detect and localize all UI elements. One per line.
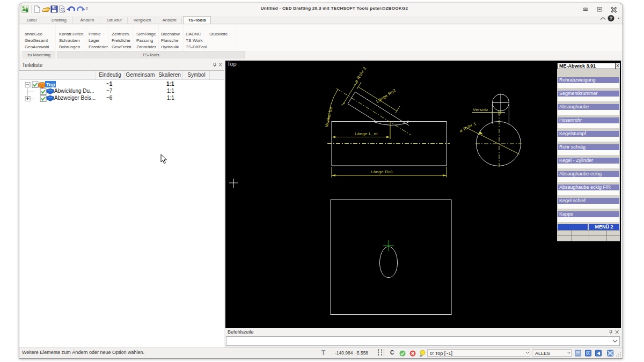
svg-text:Winkel be: Winkel be: [324, 106, 333, 127]
svg-text:Länge Ro1: Länge Ro1: [371, 169, 393, 174]
svg-text:Länge Ro2: Länge Ro2: [375, 88, 397, 104]
svg-text:Versotz: Versotz: [473, 107, 488, 112]
svg-text:Länge L_m: Länge L_m: [355, 131, 378, 136]
svg-text:Top: Top: [227, 61, 237, 67]
svg-text:ø Rohr 2: ø Rohr 2: [354, 66, 368, 84]
svg-text:?: ?: [610, 16, 613, 21]
